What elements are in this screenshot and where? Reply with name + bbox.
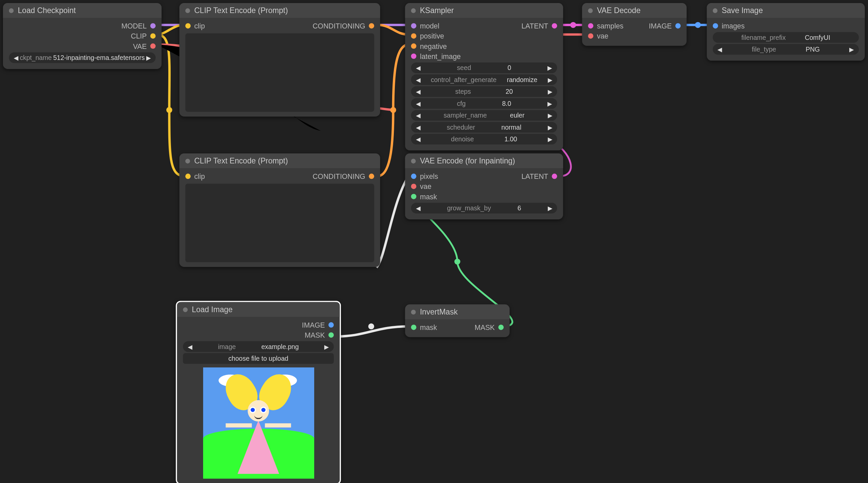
widget-filename-prefix[interactable]: ◀filename_prefixComfyUI▶ — [713, 32, 859, 43]
input-mask[interactable]: mask — [411, 192, 437, 201]
input-positive[interactable]: positive — [411, 32, 444, 40]
port-icon[interactable] — [185, 173, 191, 179]
prompt-textarea[interactable] — [185, 183, 374, 262]
port-icon[interactable] — [675, 23, 681, 28]
port-icon[interactable] — [329, 322, 334, 328]
port-icon[interactable] — [411, 194, 416, 199]
port-icon[interactable] — [411, 44, 416, 49]
arrow-right-icon[interactable]: ▶ — [146, 54, 151, 61]
input-pixels[interactable]: pixels — [411, 172, 438, 180]
node-clip-text-encode-negative[interactable]: CLIP Text Encode (Prompt) clip CONDITION… — [179, 153, 380, 267]
port-icon[interactable] — [588, 23, 593, 28]
port-icon[interactable] — [552, 173, 557, 179]
input-images[interactable]: images — [713, 22, 745, 30]
output-vae[interactable]: VAE — [133, 42, 156, 50]
node-header[interactable]: VAE Decode — [582, 3, 687, 18]
node-vae-decode[interactable]: VAE Decode samples IMAGE vae — [582, 3, 687, 46]
input-vae[interactable]: vae — [588, 32, 608, 40]
widget-cfg[interactable]: ◀cfg8.0▶ — [411, 98, 557, 109]
input-clip[interactable]: clip — [185, 172, 205, 180]
node-header[interactable]: Load Checkpoint — [3, 3, 162, 18]
widget-image[interactable]: ◀imageexample.png▶ — [183, 341, 334, 352]
collapse-dot-icon[interactable] — [185, 159, 190, 163]
output-image[interactable]: IMAGE — [649, 22, 681, 30]
port-icon[interactable] — [498, 324, 504, 330]
port-icon[interactable] — [329, 332, 334, 338]
reroute-dot[interactable] — [570, 22, 576, 28]
collapse-dot-icon[interactable] — [588, 8, 593, 13]
widget-sampler-name[interactable]: ◀sampler_nameeuler▶ — [411, 110, 557, 121]
prompt-textarea[interactable] — [185, 33, 374, 112]
output-clip[interactable]: CLIP — [131, 32, 156, 40]
output-image[interactable]: IMAGE — [302, 321, 334, 329]
input-mask[interactable]: mask — [411, 323, 437, 332]
node-header[interactable]: Save Image — [707, 3, 865, 18]
node-load-image[interactable]: Load Image IMAGE MASK ◀imageexample.png▶… — [176, 301, 341, 483]
output-latent[interactable]: LATENT — [521, 22, 557, 30]
collapse-dot-icon[interactable] — [411, 159, 415, 163]
reroute-dot[interactable] — [455, 259, 460, 265]
node-header[interactable]: KSampler — [405, 3, 563, 18]
port-icon[interactable] — [369, 23, 374, 28]
collapse-dot-icon[interactable] — [411, 8, 415, 13]
upload-button[interactable]: choose file to upload — [183, 353, 334, 364]
port-icon[interactable] — [588, 33, 593, 38]
widget-denoise[interactable]: ◀denoise1.00▶ — [411, 134, 557, 144]
widget-file-type[interactable]: ◀file_typePNG▶ — [713, 44, 859, 55]
widget-grow-mask-by[interactable]: ◀grow_mask_by6▶ — [411, 203, 557, 214]
port-icon[interactable] — [411, 324, 416, 330]
node-save-image[interactable]: Save Image images ◀filename_prefixComfyU… — [707, 3, 865, 61]
arrow-left-icon[interactable]: ◀ — [14, 54, 19, 61]
widget-ckpt-name[interactable]: ◀ ckpt_name 512-inpainting-ema.safetenso… — [9, 52, 156, 63]
collapse-dot-icon[interactable] — [185, 8, 190, 13]
node-header[interactable]: CLIP Text Encode (Prompt) — [179, 153, 380, 168]
port-icon[interactable] — [411, 54, 416, 59]
output-conditioning[interactable]: CONDITIONING — [313, 22, 374, 30]
node-ksampler[interactable]: KSampler model LATENT positive negative … — [405, 3, 563, 150]
output-conditioning[interactable]: CONDITIONING — [313, 172, 374, 180]
node-header[interactable]: InvertMask — [405, 305, 509, 319]
collapse-dot-icon[interactable] — [713, 8, 717, 13]
widget-scheduler[interactable]: ◀schedulernormal▶ — [411, 122, 557, 133]
input-samples[interactable]: samples — [588, 22, 623, 30]
collapse-dot-icon[interactable] — [183, 307, 188, 312]
node-invert-mask[interactable]: InvertMask mask MASK — [405, 305, 509, 337]
port-icon[interactable] — [552, 23, 557, 28]
node-load-checkpoint[interactable]: Load Checkpoint MODEL CLIP VAE ◀ ckpt_na… — [3, 3, 162, 69]
node-title: Load Checkpoint — [18, 6, 75, 15]
port-icon[interactable] — [185, 23, 191, 28]
widget-control-after-generate[interactable]: ◀control_after_generaterandomize▶ — [411, 74, 557, 85]
reroute-dot[interactable] — [166, 107, 172, 113]
port-icon[interactable] — [369, 173, 374, 179]
port-icon[interactable] — [150, 33, 156, 38]
collapse-dot-icon[interactable] — [9, 8, 14, 13]
output-latent[interactable]: LATENT — [521, 172, 557, 180]
node-vae-encode-inpainting[interactable]: VAE Encode (for Inpainting) pixels LATEN… — [405, 153, 563, 219]
output-mask[interactable]: MASK — [305, 331, 334, 339]
port-icon[interactable] — [411, 23, 416, 28]
node-header[interactable]: VAE Encode (for Inpainting) — [405, 153, 563, 168]
port-icon[interactable] — [150, 44, 156, 49]
port-icon[interactable] — [411, 173, 416, 179]
reroute-dot[interactable] — [390, 107, 396, 113]
reroute-dot[interactable] — [695, 22, 701, 28]
port-icon[interactable] — [411, 33, 416, 38]
node-clip-text-encode-positive[interactable]: CLIP Text Encode (Prompt) clip CONDITION… — [179, 3, 380, 117]
output-mask[interactable]: MASK — [474, 323, 504, 332]
port-icon[interactable] — [411, 183, 416, 189]
widget-steps[interactable]: ◀steps20▶ — [411, 86, 557, 97]
node-header[interactable]: Load Image — [177, 302, 340, 317]
node-header[interactable]: CLIP Text Encode (Prompt) — [179, 3, 380, 18]
widget-seed[interactable]: ◀seed0▶ — [411, 62, 557, 73]
collapse-dot-icon[interactable] — [411, 310, 415, 314]
input-vae[interactable]: vae — [411, 182, 431, 191]
input-negative[interactable]: negative — [411, 42, 447, 50]
input-clip[interactable]: clip — [185, 22, 205, 30]
node-title: KSampler — [420, 6, 454, 15]
input-latent-image[interactable]: latent_image — [411, 52, 461, 60]
output-model[interactable]: MODEL — [121, 22, 156, 30]
port-icon[interactable] — [150, 23, 156, 28]
reroute-dot[interactable] — [368, 323, 374, 330]
port-icon[interactable] — [713, 23, 718, 28]
input-model[interactable]: model — [411, 22, 439, 30]
